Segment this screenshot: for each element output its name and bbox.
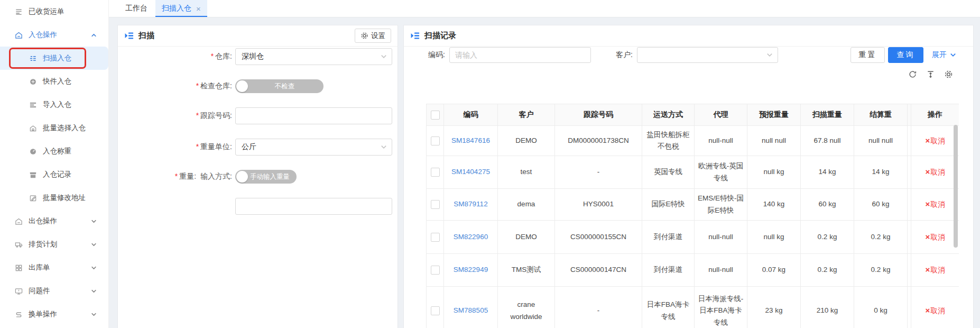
action-cell: ×取消 (911, 126, 959, 156)
refresh-icon[interactable] (908, 70, 917, 79)
column-header: 编码 (444, 104, 498, 126)
scan-weight-cell: 67.8 null (801, 126, 854, 156)
sidebar-item-inbound-ops[interactable]: 入仓操作 (0, 23, 108, 47)
code-filter-input[interactable] (449, 47, 591, 63)
header-checkbox-cell (427, 104, 444, 126)
code-link[interactable]: SM822949 (444, 254, 498, 287)
row-checkbox[interactable] (431, 233, 440, 242)
chevron-down-icon (91, 288, 97, 294)
sidebar-item-received-waybills[interactable]: 已收货运单 (0, 0, 108, 23)
query-button[interactable]: 查询 (888, 47, 923, 63)
code-link[interactable]: SM1404275 (444, 156, 498, 189)
tab-scan-inbound[interactable]: 扫描入仓× (155, 0, 207, 17)
action-cell: ×取消 (911, 254, 959, 287)
sidebar-item-swap-orders[interactable]: 换单操作 (0, 303, 108, 326)
swap-icon (15, 311, 23, 318)
forecast-weight-cell: 140 kg (747, 189, 801, 221)
weight-unit-select[interactable]: 公斤 (235, 139, 392, 156)
sidebar-item-shipping-plan[interactable]: 排货计划 (0, 233, 108, 256)
row-checkbox[interactable] (431, 266, 440, 275)
table-row: SM1404275test-英国专线欧洲专线-英国专线null kg14 kg1… (427, 156, 959, 189)
weight-input-mode-toggle[interactable]: 手动输入重量 (235, 170, 297, 184)
gear-icon[interactable] (944, 70, 953, 79)
agent-cell: null-null (695, 221, 747, 254)
sidebar-item-label: 排货计划 (29, 240, 57, 249)
column-spacer (908, 221, 911, 254)
vertical-scrollbar[interactable] (954, 125, 958, 248)
cancel-action[interactable]: ×取消 (926, 201, 945, 208)
customer-cell: TMS测试 (498, 254, 555, 287)
tab-close-icon[interactable]: × (196, 5, 201, 13)
code-link[interactable]: SM1847616 (444, 126, 498, 156)
column-header: 运送方式 (642, 104, 695, 126)
sidebar-item-inbound-records[interactable]: 入仓记录 (0, 163, 108, 186)
tab-workbench[interactable]: 工作台 (117, 0, 155, 17)
sidebar-item-inbound-weighing[interactable]: 入仓称重 (0, 140, 108, 163)
column-spacer (908, 126, 911, 156)
weight-unit-value: 公斤 (242, 142, 256, 152)
settings-button[interactable]: 设置 (355, 29, 391, 43)
row-height-icon[interactable] (926, 70, 935, 79)
tab-bar: 工作台扫描入仓× (109, 0, 980, 17)
checkbox-cell (427, 254, 444, 287)
sidebar-item-label: 已收货运单 (29, 7, 64, 16)
column-header: 客户 (498, 104, 555, 126)
tracking-cell: CS000000155CN (555, 221, 642, 254)
sidebar-item-express-inbound[interactable]: 快件入仓 (0, 70, 108, 93)
select-all-checkbox[interactable] (431, 111, 440, 120)
sidebar-item-outbound-orders[interactable]: 出库单 (0, 256, 108, 279)
toggle-knob-icon (236, 80, 248, 92)
settings-label: 设置 (371, 31, 385, 41)
sidebar-item-outbound-ops[interactable]: 出仓操作 (0, 209, 108, 233)
sidebar-item-problem-items[interactable]: 问题件 (0, 279, 108, 303)
sidebar-item-import-inbound[interactable]: 导入入仓 (0, 93, 108, 116)
sidebar-item-batch-edit-address[interactable]: 批量修改地址 (0, 186, 108, 209)
settle-weight-cell: 0 kg (854, 287, 908, 328)
column-spacer (908, 189, 911, 221)
cancel-action[interactable]: ×取消 (926, 137, 945, 145)
check-warehouse-toggle[interactable]: 不检查 (235, 79, 323, 93)
settle-weight-cell: null null (854, 126, 908, 156)
cancel-action[interactable]: ×取消 (926, 233, 945, 241)
scan-panel-header: 扫描 设置 (118, 25, 397, 47)
scan-weight-cell: 60 kg (801, 189, 854, 221)
required-marker: * (211, 52, 214, 60)
cancel-action[interactable]: ×取消 (926, 266, 945, 274)
sidebar-item-batch-select-inbound[interactable]: 批量选择入仓 (0, 116, 108, 140)
sidebar-item-scan-inbound[interactable]: 扫描入仓 (0, 47, 108, 70)
main-area: 工作台扫描入仓× 扫描 设置 *仓库: (109, 0, 980, 328)
forecast-weight-cell: null null (747, 126, 801, 156)
expand-link[interactable]: 展开 (932, 47, 956, 63)
tracking-input[interactable] (235, 107, 392, 124)
agent-cell: EMS/E特快-国际E特快 (695, 189, 747, 221)
reset-button[interactable]: 重置 (850, 47, 885, 63)
table-row: SM822949TMS测试CS000000147CN到付渠道null-null0… (427, 254, 959, 287)
sidebar-item-label: 批量修改地址 (43, 193, 86, 203)
required-marker: * (196, 81, 199, 90)
row-checkbox[interactable] (431, 200, 440, 209)
column-header: 预报重量 (747, 104, 801, 126)
settle-weight-cell: 0.2 kg (854, 254, 908, 287)
panel-list-icon (124, 31, 134, 41)
code-link[interactable]: SM788505 (444, 287, 498, 328)
warehouse-select[interactable]: 深圳仓 (235, 48, 392, 65)
weight-input[interactable] (235, 198, 392, 215)
code-filter-label: 编码: (409, 47, 445, 63)
required-marker: * (196, 142, 199, 151)
cancel-action[interactable]: ×取消 (926, 168, 945, 176)
toggle-label: 不检查 (275, 82, 295, 91)
row-checkbox[interactable] (431, 168, 440, 177)
code-link[interactable]: SM879112 (444, 189, 498, 221)
tracking-cell: CS000000147CN (555, 254, 642, 287)
waybill-doc-icon (15, 8, 23, 16)
customer-filter-select[interactable] (637, 47, 778, 63)
tracking-cell: HYS0001 (555, 189, 642, 221)
forecast-weight-cell: 23 kg (747, 287, 801, 328)
tab-label: 工作台 (125, 4, 147, 13)
cancel-action[interactable]: ×取消 (926, 307, 945, 315)
code-link[interactable]: SM822960 (444, 221, 498, 254)
row-checkbox[interactable] (431, 136, 440, 145)
sidebar-item-label: 问题件 (29, 286, 50, 296)
row-checkbox[interactable] (431, 306, 440, 315)
tracking-cell: - (555, 287, 642, 328)
